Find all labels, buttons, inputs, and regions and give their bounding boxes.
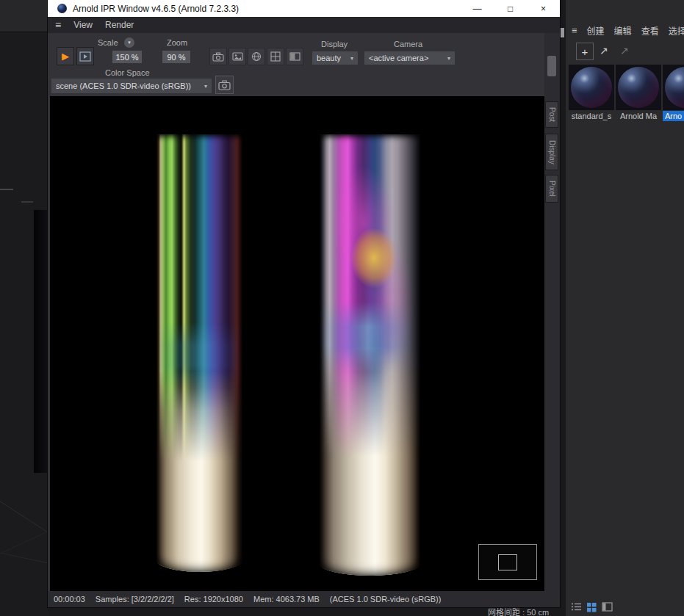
- render-navigator[interactable]: [478, 544, 537, 580]
- image-view-button[interactable]: [228, 48, 246, 65]
- assign-material-icon[interactable]: ↗: [620, 45, 629, 57]
- chevron-down-icon: ▾: [128, 40, 131, 46]
- camera-label: Camera: [394, 40, 422, 48]
- viewport-grid-line: [0, 549, 48, 568]
- tab-post[interactable]: Post: [545, 101, 558, 128]
- render-region-icon: [79, 51, 91, 62]
- status-time: 00:00:03: [54, 595, 85, 604]
- maximize-button[interactable]: □: [494, 0, 527, 17]
- menu-view[interactable]: View: [73, 20, 93, 30]
- viewport-top-band: [0, 0, 48, 32]
- menu-bar: ≡ View Render: [48, 17, 560, 33]
- navigator-region-rect[interactable]: [498, 554, 517, 570]
- camera-snapshot-icon: [218, 80, 231, 90]
- material-menu-bar: ≡ 创建 编辑 查看 选择: [566, 22, 684, 38]
- scale-dropdown-toggle[interactable]: ▾: [124, 37, 134, 48]
- ab-compare-button[interactable]: [286, 48, 303, 65]
- rendered-cylinder-left: [156, 134, 242, 572]
- viewport-cylinder-object: [34, 210, 48, 473]
- start-ipr-button[interactable]: ▶: [57, 47, 74, 65]
- toolbar: ▶ Scale ▾ 150 % Zoom 90 %: [48, 33, 560, 96]
- material-thumb-standard[interactable]: [569, 65, 614, 110]
- material-label[interactable]: standard_s: [569, 111, 614, 121]
- add-material-button[interactable]: +: [576, 43, 594, 60]
- hamburger-icon[interactable]: ≡: [572, 25, 577, 36]
- hamburger-icon[interactable]: ≡: [55, 19, 61, 31]
- snapshot-button[interactable]: [215, 76, 234, 94]
- cylinder-metal-layer: [320, 346, 420, 576]
- close-button[interactable]: ×: [527, 0, 560, 17]
- screen: Arnold IPR Window v4.6.5 (Arnold 7.2.3.3…: [0, 0, 684, 616]
- minimize-button[interactable]: —: [461, 0, 494, 17]
- menu-view[interactable]: 查看: [641, 24, 659, 37]
- cylinder-transition-layer: [156, 322, 242, 388]
- cylinder-transition-layer: [320, 302, 420, 372]
- globe-icon: [251, 51, 262, 62]
- menu-edit[interactable]: 编辑: [614, 24, 632, 37]
- viewport-axis-tick: [21, 201, 33, 203]
- material-sphere-preview: [571, 67, 612, 108]
- chevron-down-icon: ▾: [204, 83, 207, 90]
- chevron-down-icon: ▾: [447, 55, 450, 62]
- plus-icon: +: [582, 46, 588, 58]
- material-thumbnails: [569, 65, 684, 110]
- status-samples: Samples: [3/2/2/2/2/2]: [96, 595, 174, 604]
- list-view-icon: [571, 602, 582, 612]
- material-labels: standard_s Arnold Ma Arno: [569, 111, 684, 121]
- split-view-button[interactable]: [267, 48, 284, 65]
- grid-view-button[interactable]: [586, 601, 597, 612]
- scale-value[interactable]: 150 %: [112, 51, 142, 63]
- camera-dropdown-value: <active camera>: [369, 54, 428, 62]
- material-thumb-arnold-2[interactable]: [663, 65, 684, 110]
- camera-view-button[interactable]: [209, 48, 227, 65]
- material-label-selected[interactable]: Arno: [663, 111, 684, 121]
- zoom-label: Zoom: [167, 38, 187, 47]
- cylinder-iridescent-layer: [156, 134, 242, 572]
- colorspace-dropdown-value: scene (ACES 1.0 SDR-video (sRGB)): [56, 81, 191, 90]
- camera-dropdown[interactable]: <active camera> ▾: [364, 51, 455, 65]
- cylinder-iridescent-layer: [320, 134, 420, 576]
- menu-render[interactable]: Render: [105, 20, 134, 30]
- viewport-axis-tick: [0, 189, 13, 190]
- zoom-value[interactable]: 90 %: [162, 51, 190, 63]
- panel-scrollbar-thumb[interactable]: [561, 28, 564, 37]
- display-label: Display: [321, 40, 348, 48]
- display-dropdown[interactable]: beauty ▾: [312, 51, 358, 65]
- c4d-viewport-left[interactable]: [0, 0, 48, 616]
- material-label[interactable]: Arnold Ma: [616, 111, 661, 121]
- tab-display[interactable]: Display: [545, 134, 558, 170]
- play-icon: ▶: [62, 51, 69, 62]
- status-memory: Mem: 4063.73 MB: [253, 595, 320, 604]
- panel-layout-icon: [602, 602, 613, 612]
- side-scrollbar-thumb[interactable]: [547, 56, 556, 76]
- status-resolution: Res: 1920x1080: [184, 595, 243, 604]
- material-sphere-preview: [618, 67, 659, 108]
- status-colorspace: (ACES 1.0 SDR-video (sRGB)): [330, 595, 442, 604]
- display-dropdown-value: beauty: [317, 54, 341, 62]
- arnold-logo-icon: [57, 4, 67, 13]
- menu-create[interactable]: 创建: [587, 24, 605, 37]
- quad-split-icon: [270, 51, 281, 62]
- cylinder-metal-layer: [156, 371, 242, 572]
- arnold-ipr-window: Arnold IPR Window v4.6.5 (Arnold 7.2.3.3…: [48, 0, 560, 607]
- list-view-button[interactable]: [570, 601, 582, 612]
- pick-material-icon[interactable]: ↗: [600, 45, 608, 57]
- restart-render-button[interactable]: [76, 47, 94, 65]
- material-manager-panel: ≡ 创建 编辑 查看 选择 + ↗ ↗ standard_s Arnold Ma…: [566, 0, 684, 616]
- chevron-down-icon: ▾: [350, 55, 353, 62]
- grid-view-icon: [586, 602, 597, 612]
- grid-spacing-info: 网格间距 : 50 cm: [488, 606, 549, 616]
- rendered-cylinder-right: [320, 134, 420, 576]
- region-render-button[interactable]: [248, 48, 265, 65]
- menu-select[interactable]: 选择: [669, 24, 684, 37]
- panel-layout-button[interactable]: [601, 601, 613, 612]
- scale-label: Scale: [98, 38, 118, 47]
- colorspace-dropdown[interactable]: scene (ACES 1.0 SDR-video (sRGB)) ▾: [51, 79, 212, 93]
- camera-icon: [212, 52, 224, 62]
- title-bar[interactable]: Arnold IPR Window v4.6.5 (Arnold 7.2.3.3…: [48, 0, 560, 17]
- side-tab-strip: Post Display Pixel: [544, 33, 560, 591]
- material-panel-footer: [570, 601, 613, 612]
- material-thumb-arnold-1[interactable]: [616, 65, 661, 110]
- render-view[interactable]: [50, 96, 544, 591]
- tab-pixel[interactable]: Pixel: [545, 175, 558, 203]
